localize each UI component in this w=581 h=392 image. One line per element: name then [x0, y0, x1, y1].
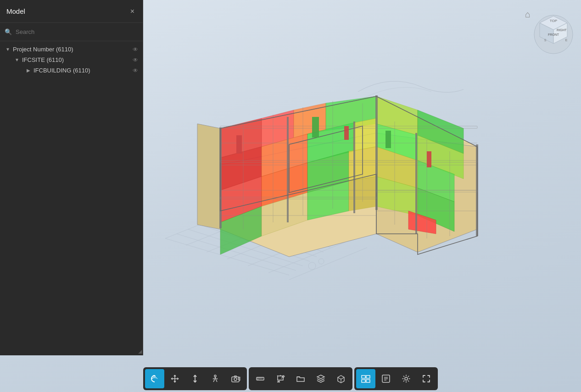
svg-point-96 — [234, 378, 237, 381]
bottom-toolbar — [0, 367, 581, 392]
svg-text:S: S — [544, 39, 547, 42]
camera-button[interactable] — [226, 369, 245, 388]
svg-rect-75 — [236, 135, 242, 154]
eye-icon-project[interactable]: 👁 — [133, 46, 138, 53]
tree-item-building[interactable]: ▶ IFCBUILDING (6110) 👁 — [0, 65, 143, 76]
navigation-cube[interactable]: TOP FRONT RIGHT S E — [533, 9, 574, 60]
fullscreen-button[interactable] — [417, 369, 436, 388]
search-icon: 🔍 — [5, 28, 12, 35]
eye-icon-building[interactable]: 👁 — [133, 67, 138, 74]
building-model — [151, 55, 482, 293]
search-bar[interactable]: 🔍 — [0, 23, 143, 41]
panel-title: Model — [6, 7, 25, 15]
layers-button[interactable] — [311, 369, 330, 388]
panel-footer: ◢ — [0, 351, 143, 355]
svg-text:FRONT: FRONT — [548, 33, 559, 36]
svg-rect-103 — [277, 381, 280, 382]
properties-button[interactable] — [376, 369, 396, 388]
svg-rect-105 — [362, 375, 365, 378]
svg-rect-69 — [415, 133, 417, 234]
measure-button[interactable] — [251, 369, 270, 388]
svg-rect-67 — [287, 117, 289, 222]
pan-button[interactable] — [165, 369, 184, 388]
svg-text:E: E — [565, 39, 568, 42]
annotate-button[interactable] — [271, 369, 290, 388]
eye-icon-site[interactable]: 👁 — [133, 57, 138, 63]
folder-button[interactable] — [291, 369, 310, 388]
svg-marker-34 — [353, 118, 376, 151]
resize-handle[interactable]: ◢ — [138, 348, 142, 354]
svg-rect-108 — [366, 380, 370, 382]
svg-marker-24 — [197, 124, 220, 229]
tree-label-project: Project Number (6110) — [13, 46, 133, 53]
navigation-toolbar-group — [143, 367, 247, 390]
orbit-button[interactable] — [145, 369, 164, 388]
settings-button[interactable] — [397, 369, 416, 388]
tree-label-site: IFCSITE (6110) — [22, 56, 133, 63]
svg-text:TOP: TOP — [550, 19, 557, 23]
svg-rect-78 — [312, 117, 319, 138]
panel-header: Model × — [0, 0, 143, 23]
svg-rect-79 — [385, 131, 391, 148]
tree-item-project[interactable]: ▼ Project Number (6110) 👁 — [0, 44, 143, 55]
measure-toolbar-group — [249, 367, 352, 390]
tree-item-site[interactable]: ▼ IFCSITE (6110) 👁 — [0, 55, 143, 65]
model-tree-button[interactable] — [356, 369, 375, 388]
model-panel: Model × 🔍 ▼ Project Number (6110) 👁 ▼ IF… — [0, 0, 143, 355]
svg-rect-68 — [353, 121, 355, 213]
walk-button[interactable] — [206, 369, 225, 388]
svg-point-94 — [214, 375, 216, 377]
close-button[interactable]: × — [128, 7, 136, 16]
box-section-button[interactable] — [331, 369, 351, 388]
svg-point-16 — [318, 259, 324, 264]
svg-point-113 — [405, 377, 408, 380]
view-toolbar-group — [354, 367, 438, 390]
svg-rect-77 — [344, 126, 349, 140]
svg-rect-76 — [427, 151, 431, 167]
tree-toggle-site[interactable]: ▼ — [14, 57, 20, 63]
tree-toggle-project[interactable]: ▼ — [5, 46, 11, 53]
tree-toggle-building[interactable]: ▶ — [25, 67, 32, 74]
svg-rect-107 — [362, 380, 365, 382]
search-input[interactable] — [16, 28, 138, 35]
model-tree: ▼ Project Number (6110) 👁 ▼ IFCSITE (611… — [0, 41, 143, 351]
tree-label-building: IFCBUILDING (6110) — [34, 67, 133, 74]
home-button[interactable]: ⌂ — [525, 9, 531, 20]
svg-rect-106 — [366, 375, 370, 378]
svg-text:RIGHT: RIGHT — [557, 28, 567, 32]
zoom-button[interactable] — [185, 369, 205, 388]
svg-line-104 — [281, 377, 282, 379]
svg-point-15 — [308, 262, 316, 270]
